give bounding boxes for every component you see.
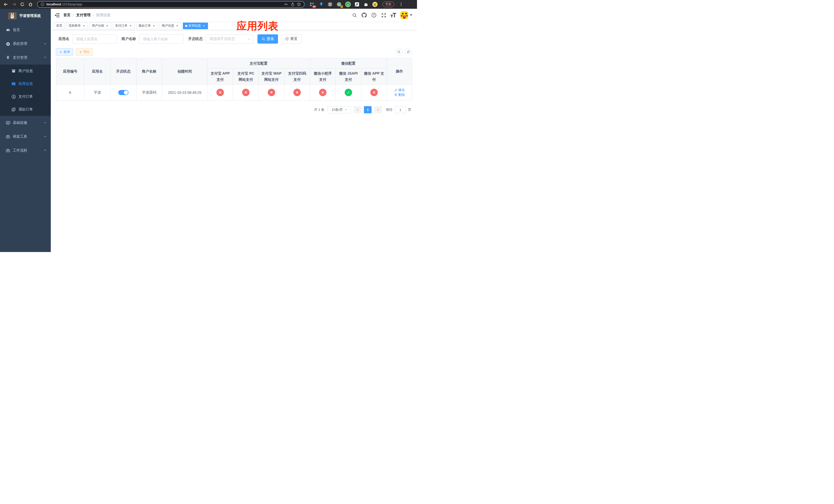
- breadcrumb-payment[interactable]: 支付管理: [76, 13, 90, 18]
- trash-icon: [394, 93, 397, 96]
- browser-update-button[interactable]: 更新: [382, 2, 394, 7]
- cell-created: 2021-10-23 08:49:25: [162, 85, 207, 100]
- sidebar-item-system[interactable]: 系统管理: [0, 37, 51, 51]
- goto-suffix: 页: [408, 108, 411, 112]
- app-name-input[interactable]: [72, 35, 117, 44]
- goto-page-input[interactable]: [395, 106, 406, 113]
- sidebar-item-app-info[interactable]: 应用信息: [0, 77, 51, 90]
- close-icon[interactable]: [129, 24, 132, 28]
- tab-label: 用户分组: [92, 24, 104, 28]
- browser-back-icon[interactable]: [3, 1, 9, 8]
- sidebar-collapse-icon[interactable]: [51, 9, 63, 22]
- reset-button-label: 重置: [290, 37, 298, 41]
- chevron-down-icon: [44, 148, 47, 153]
- page-size-select[interactable]: 10条/页: [328, 106, 351, 113]
- screen: localhost:1024/pay/app 10 1 y: [0, 0, 417, 252]
- edit-button[interactable]: 修改: [394, 88, 405, 92]
- merchant-name-input[interactable]: [139, 35, 184, 44]
- next-page-button[interactable]: [374, 106, 382, 113]
- prev-page-button[interactable]: [354, 106, 361, 113]
- tab-app-info[interactable]: 应用信息: [183, 23, 208, 29]
- extension-recorder-icon[interactable]: 1: [336, 2, 342, 7]
- font-size-icon[interactable]: [391, 12, 396, 18]
- sidebar-item-label: 基础设施: [13, 120, 41, 125]
- add-button-label: 新增: [64, 50, 70, 54]
- sidebar-item-refund-orders[interactable]: 退款订单: [0, 103, 51, 116]
- svg-text:y: y: [347, 3, 349, 6]
- tab-label: 应用信息: [189, 24, 201, 28]
- extension-emoji-icon[interactable]: [372, 2, 378, 7]
- filter-form: 应用名 商户名称 开启状态 请选择开启状态 搜索 重置: [56, 35, 412, 44]
- col-wechat-app: 微信 APP 支付: [361, 69, 387, 85]
- browser-toolbar: localhost:1024/pay/app 10 1 y: [0, 0, 417, 9]
- url-bar[interactable]: localhost:1024/pay/app: [37, 1, 305, 8]
- sidebar-item-dev-tools[interactable]: 研发工具: [0, 130, 51, 143]
- close-icon[interactable]: [82, 24, 86, 28]
- page-number-1[interactable]: 1: [364, 106, 372, 113]
- user-menu[interactable]: [400, 11, 412, 19]
- close-icon[interactable]: [152, 24, 156, 28]
- tab-user-group[interactable]: 用户分组: [89, 23, 111, 29]
- reset-button[interactable]: 重置: [281, 35, 302, 44]
- site-info-icon[interactable]: [41, 2, 44, 6]
- share-icon[interactable]: [290, 2, 295, 6]
- payment-submenu: 商户信息 应用信息 ¥ 支付订单: [0, 65, 51, 116]
- close-icon[interactable]: [105, 24, 109, 28]
- toggle-search-button[interactable]: [395, 48, 402, 55]
- sidebar-item-infrastructure[interactable]: 基础设施: [0, 116, 51, 130]
- browser-home-icon[interactable]: [27, 1, 34, 8]
- applications-table: 应用编号 应用名 开启状态 商户名称 创建时间 支付宝配置 微信配置 操作 支付…: [56, 58, 412, 100]
- browser-reload-icon[interactable]: [19, 1, 26, 8]
- sidebar-item-home[interactable]: 首页: [0, 23, 51, 37]
- tab-refund-orders[interactable]: 退款订单: [136, 23, 158, 29]
- status-toggle[interactable]: [118, 90, 129, 95]
- close-icon[interactable]: [202, 24, 206, 28]
- col-alipay-pc: 支付宝 PC 网站支付: [233, 69, 259, 85]
- status-select[interactable]: 请选择开启状态: [206, 35, 254, 44]
- header-search-icon[interactable]: [352, 12, 357, 18]
- sidebar-item-label: 退款订单: [19, 107, 47, 112]
- goto-prefix: 前往: [386, 108, 393, 112]
- browser-forward-icon[interactable]: [11, 1, 18, 8]
- help-icon[interactable]: ?: [371, 12, 377, 18]
- github-icon[interactable]: [361, 12, 367, 18]
- search-icon: [397, 50, 401, 53]
- tab-pay-orders[interactable]: 支付订单: [113, 23, 135, 29]
- sidebar-item-label: 商户信息: [19, 69, 47, 73]
- breadcrumb-home[interactable]: 首页: [63, 13, 70, 18]
- refresh-table-button[interactable]: [405, 48, 412, 55]
- tab-process-form[interactable]: 流程表单: [66, 23, 88, 29]
- extension-badge: 1: [341, 5, 343, 8]
- sidebar-item-workflow[interactable]: 工作流程: [0, 143, 51, 157]
- cell-status: [111, 85, 136, 100]
- extension-puzzle-icon[interactable]: [363, 2, 369, 7]
- navbar-actions: ?: [352, 11, 417, 19]
- extension-kite-icon[interactable]: [318, 2, 324, 7]
- export-button[interactable]: 导出: [76, 48, 93, 55]
- close-icon[interactable]: [175, 24, 179, 28]
- pagination: 共 1 条 10条/页 1 前往 页: [56, 106, 412, 113]
- extension-grid-icon[interactable]: 10: [309, 2, 315, 7]
- tab-home[interactable]: 首页: [54, 23, 65, 29]
- bookmark-star-icon[interactable]: [297, 2, 301, 6]
- sidebar-item-label: 首页: [13, 28, 47, 32]
- delete-button[interactable]: 删除: [394, 93, 405, 97]
- sidebar-item-payment[interactable]: 支付管理: [0, 51, 51, 65]
- tab-merchant-info[interactable]: 商户信息: [159, 23, 181, 29]
- add-button[interactable]: 新增: [56, 48, 73, 55]
- browser-menu-icon[interactable]: [398, 1, 404, 8]
- extension-command-icon[interactable]: [327, 2, 333, 7]
- page-size-value: 10条/页: [332, 108, 343, 112]
- fullscreen-icon[interactable]: [381, 12, 387, 18]
- tags-view: 首页 流程表单 用户分组 支付订单: [51, 22, 417, 30]
- password-key-icon[interactable]: [284, 2, 288, 6]
- search-button[interactable]: 搜索: [258, 35, 278, 44]
- sidebar-item-pay-orders[interactable]: ¥ 支付订单: [0, 90, 51, 103]
- app-title: 芋道管理系统: [19, 14, 41, 18]
- sidebar-item-merchant-info[interactable]: 商户信息: [0, 65, 51, 77]
- sidebar-item-label: 工作流程: [13, 148, 41, 153]
- app-logo[interactable]: 芋道管理系统: [0, 9, 51, 23]
- extension-y-icon[interactable]: y: [345, 2, 351, 7]
- extension-doc-icon[interactable]: [354, 2, 360, 7]
- gear-icon: [6, 42, 10, 46]
